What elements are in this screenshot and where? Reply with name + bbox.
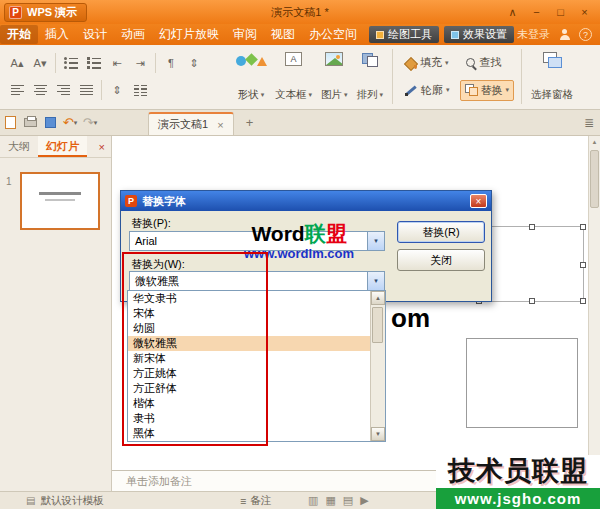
tab-slideshow[interactable]: 幻灯片放映 (152, 25, 226, 44)
dialog-close-icon[interactable]: × (470, 194, 487, 208)
find-button[interactable]: 查找 (460, 52, 515, 73)
new-file-button[interactable] (0, 113, 20, 133)
line-spacing-button[interactable]: ⇕ (107, 80, 127, 100)
new-tab-button[interactable]: + (241, 114, 259, 132)
tab-animation[interactable]: 动画 (114, 25, 152, 44)
font-option[interactable]: 楷体 (128, 396, 370, 411)
replace-confirm-button[interactable]: 替换(R) (397, 221, 485, 243)
selection-handle[interactable] (580, 262, 586, 268)
align-center-button[interactable] (30, 80, 50, 100)
tab-workspace[interactable]: 办公空间 (302, 25, 364, 44)
slide-thumbnail[interactable] (20, 172, 100, 230)
font-option[interactable]: 隶书 (128, 411, 370, 426)
selection-handle[interactable] (580, 298, 586, 304)
scrollbar-track[interactable] (589, 148, 600, 458)
tab-design[interactable]: 设计 (76, 25, 114, 44)
context-tab-drawing-tools[interactable]: 绘图工具 (369, 26, 439, 43)
tab-home[interactable]: 开始 (0, 25, 38, 44)
font-option[interactable]: 黑体 (128, 426, 370, 441)
text-direction-button[interactable]: ⇕ (184, 53, 204, 73)
collapse-ribbon-button[interactable]: ∧ (502, 4, 523, 21)
font-option[interactable]: 宋体 (128, 306, 370, 321)
scroll-down-icon[interactable]: ▼ (371, 427, 385, 441)
picture-button[interactable]: 图片▾ (319, 49, 350, 104)
justify-button[interactable] (76, 80, 96, 100)
decrease-indent-button[interactable]: ⇤ (107, 53, 127, 73)
tab-list-button[interactable]: ≣ (584, 116, 594, 130)
scrollbar-thumb[interactable] (590, 150, 599, 208)
selection-pane-button[interactable]: 选择窗格 (529, 49, 575, 104)
slide-sorter-view-icon[interactable]: ▦ (325, 494, 335, 507)
separator (392, 49, 393, 104)
scrollbar-thumb[interactable] (372, 307, 383, 343)
fill-button[interactable]: 填充 ▾ (400, 52, 455, 73)
close-button[interactable]: × (574, 4, 595, 21)
font-option[interactable]: 华文隶书 (128, 291, 370, 306)
font-increase-button[interactable]: A▴ (7, 53, 27, 73)
selection-handle[interactable] (529, 298, 535, 304)
template-name[interactable]: 默认设计模板 (40, 494, 103, 508)
tab-slides[interactable]: 幻灯片 (38, 136, 87, 157)
notes-toggle[interactable]: ≡ 备注 (240, 494, 271, 508)
undo-button[interactable]: ↶▾ (60, 113, 80, 133)
vertical-scrollbar[interactable]: ▲ ▼ (588, 136, 600, 470)
reading-view-icon[interactable]: ▤ (343, 494, 353, 507)
bullet-list-button[interactable] (61, 53, 81, 73)
align-left-button[interactable] (7, 80, 27, 100)
chevron-down-icon: ▾ (261, 91, 265, 99)
save-button[interactable] (40, 113, 60, 133)
textbox-button[interactable]: A 文本框▾ (273, 49, 314, 104)
numbered-list-button[interactable] (84, 53, 104, 73)
minimize-button[interactable]: − (526, 4, 547, 21)
align-right-button[interactable] (53, 80, 73, 100)
tab-outline[interactable]: 大纲 (0, 136, 38, 157)
tab-review[interactable]: 审阅 (226, 25, 264, 44)
selection-handle[interactable] (580, 224, 586, 230)
dropdown-scrollbar[interactable]: ▲ ▼ (370, 291, 385, 441)
selected-placeholder[interactable] (478, 226, 584, 302)
font-option[interactable]: 方正姚体 (128, 366, 370, 381)
slideshow-play-icon[interactable]: ▶ (360, 494, 368, 507)
outline-button[interactable]: 轮廓 ▾ (400, 80, 455, 101)
dialog-close-button[interactable]: 关闭 (397, 249, 485, 271)
slide-text-fragment: om (391, 303, 430, 334)
increase-indent-button[interactable]: ⇥ (130, 53, 150, 73)
selection-handle[interactable] (529, 224, 535, 230)
replace-button[interactable]: 替换 ▾ (460, 80, 515, 101)
tab-insert[interactable]: 插入 (38, 25, 76, 44)
paragraph-mark-button[interactable]: ¶ (161, 53, 181, 73)
close-tab-icon[interactable]: × (217, 119, 223, 131)
content-placeholder[interactable] (466, 338, 578, 428)
replace-with-combobox[interactable]: 微软雅黑 ▾ (129, 271, 385, 291)
context-tab-effect-settings[interactable]: 效果设置 (444, 26, 514, 43)
maximize-button[interactable]: □ (550, 4, 571, 21)
normal-view-icon[interactable]: ▥ (308, 494, 318, 507)
user-icon[interactable] (558, 28, 571, 41)
columns-button[interactable] (130, 80, 150, 100)
arrange-button[interactable]: 排列▾ (355, 49, 386, 104)
scroll-up-icon[interactable]: ▲ (371, 291, 385, 305)
font-option[interactable]: 新宋体 (128, 351, 370, 366)
combobox-arrow-icon[interactable]: ▾ (367, 232, 384, 250)
font-option[interactable]: 幼圆 (128, 321, 370, 336)
redo-button[interactable]: ↷▾ (80, 113, 100, 133)
separator (101, 80, 102, 100)
help-icon[interactable]: ? (579, 28, 592, 41)
close-pane-icon[interactable]: × (99, 141, 105, 153)
tab-view[interactable]: 视图 (264, 25, 302, 44)
shapes-button[interactable]: 形状▾ (234, 49, 268, 104)
scroll-up-icon[interactable]: ▲ (592, 136, 598, 148)
context-tab-label: 效果设置 (463, 27, 507, 42)
login-status[interactable]: 未登录 (517, 27, 550, 42)
document-tab[interactable]: 演示文稿1 × (148, 112, 234, 135)
print-button[interactable] (20, 113, 40, 133)
notes-icon: ≡ (240, 495, 246, 507)
font-option[interactable]: 方正舒体 (128, 381, 370, 396)
font-option-selected[interactable]: 微软雅黑 (128, 336, 370, 351)
font-decrease-button[interactable]: A▾ (30, 53, 50, 73)
scrollbar-track[interactable] (371, 305, 385, 427)
watermark-jsgho-url: www.jsgho.com (436, 488, 600, 509)
app-menu-button[interactable]: P WPS 演示 (4, 3, 87, 22)
combobox-arrow-icon[interactable]: ▾ (367, 272, 384, 290)
dialog-titlebar[interactable]: P 替换字体 × (121, 191, 491, 211)
